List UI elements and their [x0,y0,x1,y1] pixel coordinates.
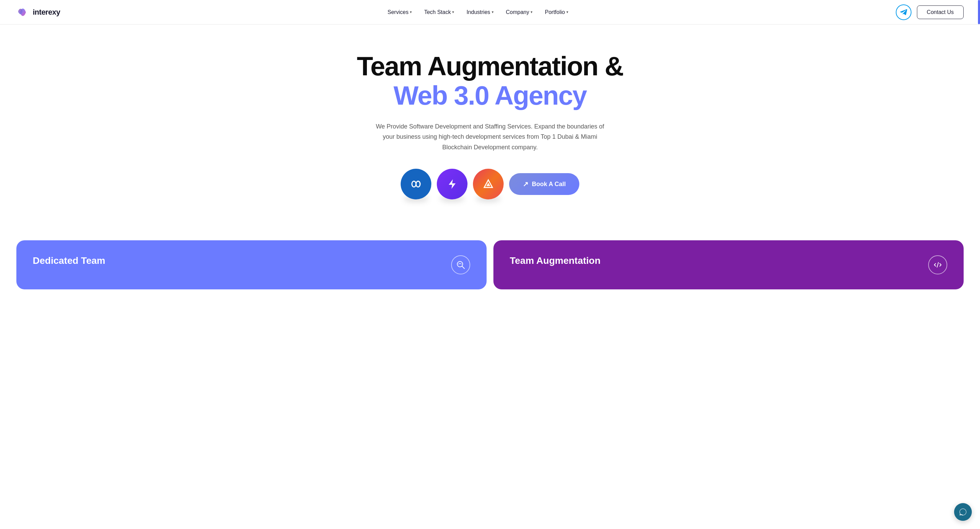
navbar-actions: Contact Us [896,5,964,20]
arrow-icon: ↗ [523,180,528,188]
brand-name: interexy [33,8,60,17]
partner-icon-3 [473,169,504,199]
chevron-down-icon: ▾ [531,10,533,14]
hero-title-line1: Team Augmentation & [16,52,964,81]
service-cards: Dedicated Team Team Augmentation [0,240,980,289]
main-nav: Services ▾ Tech Stack ▾ Industries ▾ Com… [388,9,568,15]
scroll-indicator [978,0,980,24]
contact-us-button[interactable]: Contact Us [917,5,964,19]
hero-subtitle: We Provide Software Development and Staf… [371,121,609,153]
logo-icon [16,6,29,19]
nav-company[interactable]: Company ▾ [506,9,533,15]
dedicated-team-card[interactable]: Dedicated Team [16,240,487,289]
chevron-down-icon: ▾ [566,10,568,14]
hero-section: Team Augmentation & Web 3.0 Agency We Pr… [0,25,980,240]
nav-portfolio[interactable]: Portfolio ▾ [545,9,568,15]
card-title-augmentation: Team Augmentation [510,255,600,266]
card-icon-code [928,255,947,274]
chevron-down-icon: ▾ [410,10,412,14]
nav-services[interactable]: Services ▾ [388,9,412,15]
card-title-dedicated: Dedicated Team [33,255,105,266]
card-icon-search [451,255,470,274]
telegram-button[interactable] [896,5,912,20]
partner-icon-2 [437,169,468,199]
hero-title-line2: Web 3.0 Agency [16,81,964,110]
navbar: interexy Services ▾ Tech Stack ▾ Industr… [0,0,980,25]
brand-logo[interactable]: interexy [16,6,60,19]
chevron-down-icon: ▾ [452,10,454,14]
book-a-call-button[interactable]: ↗ Book A Call [509,173,580,195]
team-augmentation-card[interactable]: Team Augmentation [493,240,964,289]
partner-icon-1 [401,169,431,199]
nav-industries[interactable]: Industries ▾ [466,9,493,15]
telegram-icon [899,8,908,16]
cta-row: ↗ Book A Call [16,169,964,199]
svg-line-2 [937,262,939,267]
svg-line-1 [462,266,465,268]
chevron-down-icon: ▾ [492,10,494,14]
nav-tech-stack[interactable]: Tech Stack ▾ [424,9,454,15]
